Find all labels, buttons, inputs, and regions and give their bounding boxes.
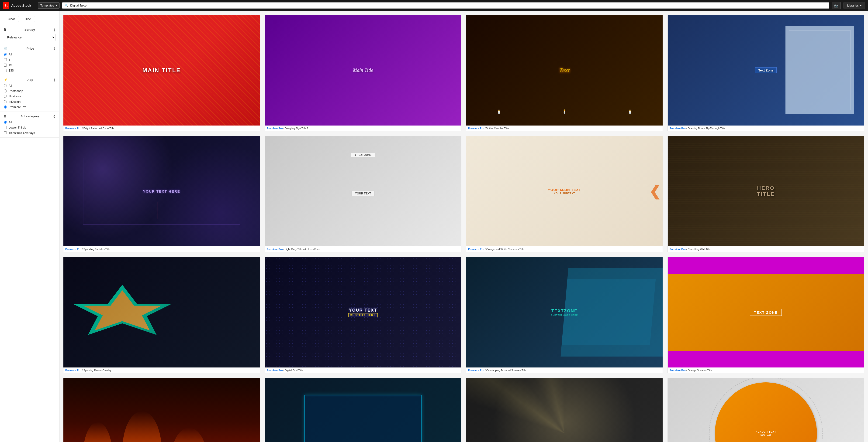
- grid-item-sparkling[interactable]: YOUR TEXT HERE Premiere Pro / Sparkling …: [63, 136, 260, 252]
- grid-item-dangling[interactable]: Main Title Premiere Pro / Dangling Sign …: [265, 15, 461, 131]
- grid-item-crumbling[interactable]: HERO TITLE Premiere Pro / Crumbling Wall…: [668, 136, 864, 252]
- thumbnail-light-rays: [466, 378, 662, 442]
- thumbnail-tv: [265, 378, 461, 442]
- clear-button[interactable]: Clear: [4, 16, 19, 22]
- subcategory-section: ⊞ Subcategory ❮ All Lower Thirds Titles/…: [0, 112, 59, 138]
- app-label: Premiere Pro: [65, 369, 81, 372]
- app-label: Premiere Pro: [65, 127, 81, 130]
- app-label: Premiere Pro: [468, 248, 484, 250]
- sort-by-select[interactable]: Relevance Newest Oldest Popular: [4, 34, 56, 41]
- libraries-label: Libraries: [847, 4, 859, 7]
- app-indesign[interactable]: InDesign: [4, 100, 56, 103]
- camera-button[interactable]: 📷: [832, 2, 841, 9]
- app-all[interactable]: All: [4, 84, 56, 87]
- template-name: Sparkling Particles Title: [84, 248, 110, 250]
- main-layout: Clear Hide ⇅ Sort by ❮ Relevance Newest …: [0, 11, 868, 442]
- topbar: St Adobe Stock Templates ▾ 🔍 📷 Libraries…: [0, 0, 868, 11]
- template-name: Overlapping Textured Squares Title: [486, 369, 526, 372]
- template-name: Votive Candles Title: [486, 127, 509, 130]
- grid-item-orange-squares[interactable]: TEXT ZONE Premiere Pro / Orange Squares …: [668, 257, 864, 373]
- subcat-titles[interactable]: Titles/Text Overlays: [4, 131, 56, 135]
- app-header[interactable]: ⚡ App ❮: [4, 78, 56, 81]
- subcat-lower-thirds[interactable]: Lower Thirds: [4, 126, 56, 129]
- template-name: Orange and White Chevrons Title: [486, 248, 524, 250]
- grid-item-spinning[interactable]: Premiere Pro / Spinning Flower Overlay: [63, 257, 260, 373]
- grid-item-orange-chevrons[interactable]: ❮❮ YOUR MAIN TEXT YOUR SUBTEXT Premiere …: [466, 136, 663, 252]
- price-all[interactable]: All: [4, 53, 56, 56]
- hide-button[interactable]: Hide: [21, 16, 35, 22]
- app-label: Premiere Pro: [65, 248, 81, 250]
- grid-item-candles[interactable]: 🕯️ 🕯️ 🕯️ Text Premiere Pro / Votive Cand…: [466, 15, 663, 131]
- subcategory-icon: ⊞: [4, 114, 6, 118]
- grid-item-overlapping[interactable]: TEXTZONE SUBTEXT GOES HERE Premiere Pro …: [466, 257, 663, 373]
- app-label: Premiere Pro: [267, 127, 283, 130]
- results-grid: MAIN TITLE Premiere Pro / Bright Pattern…: [63, 15, 864, 442]
- thumbnail-header-circle: HEADER TEXT SUBTEXT: [668, 378, 864, 442]
- sidebar-actions: Clear Hide: [0, 14, 59, 25]
- thumbnail-fire: [63, 378, 260, 442]
- caption-bright-cube: Premiere Pro / Bright Patterned Cube Tit…: [63, 126, 260, 131]
- caption-crumbling: Premiere Pro / Crumbling Wall Title: [668, 246, 864, 252]
- template-name: Opening Doors Fly-Through Title: [688, 127, 725, 130]
- app-label: Premiere Pro: [670, 369, 685, 372]
- thumbnail-overlapping: TEXTZONE SUBTEXT GOES HERE: [466, 257, 662, 368]
- subcat-all[interactable]: All: [4, 121, 56, 124]
- app-label: Premiere Pro: [468, 127, 484, 130]
- caption-overlapping: Premiere Pro / Overlapping Textured Squa…: [466, 368, 662, 373]
- grid-item-header-circle[interactable]: HEADER TEXT SUBTEXT Premiere Pro / Heade…: [668, 378, 864, 442]
- price-options: All $ $$ $$$: [4, 53, 56, 72]
- libraries-button[interactable]: Libraries ▾: [843, 2, 865, 9]
- app-label: Premiere Pro: [670, 127, 685, 130]
- template-name: Orange Squares Title: [688, 369, 712, 372]
- grid-item-opening-doors[interactable]: Text Zone Premiere Pro / Opening Doors F…: [668, 15, 864, 131]
- grid-item-tv[interactable]: Premiere Pro / TV Screen Title: [265, 378, 461, 442]
- app-label: Premiere Pro: [267, 248, 283, 250]
- grid-item-light-rays[interactable]: Premiere Pro / Light Rays Title: [466, 378, 663, 442]
- collapse-icon: ❮: [53, 28, 56, 31]
- subcategory-collapse-icon: ❮: [53, 115, 56, 118]
- price-header[interactable]: 🛒 Price ❮: [4, 47, 56, 50]
- sort-by-icon: ⇅: [4, 28, 6, 31]
- template-name: Spinning Flower Overlay: [84, 369, 112, 372]
- template-name: Crumbling Wall Title: [688, 248, 710, 250]
- thumbnail-opening-doors: Text Zone: [668, 15, 864, 126]
- grid-item-bright-cube[interactable]: MAIN TITLE Premiere Pro / Bright Pattern…: [63, 15, 260, 131]
- brand-logo: St Adobe Stock: [3, 2, 35, 9]
- grid-item-fire[interactable]: Premiere Pro / Fire Title: [63, 378, 260, 442]
- topbar-right: 📷 Libraries ▾: [832, 2, 865, 9]
- thumbnail-sparkling: YOUR TEXT HERE: [63, 136, 260, 247]
- content-type-dropdown[interactable]: Templates ▾: [38, 2, 60, 9]
- app-illustrator[interactable]: Illustrator: [4, 95, 56, 98]
- chevron-down-icon: ▾: [56, 4, 57, 7]
- caption-digital-grid: Premiere Pro / Digital Grid Title: [265, 368, 461, 373]
- search-input[interactable]: [70, 4, 827, 7]
- grid-item-digital-grid[interactable]: YOUR TEXT SUBTEXT HERE Premiere Pro / Di…: [265, 257, 461, 373]
- caption-opening-doors: Premiere Pro / Opening Doors Fly-Through…: [668, 126, 864, 131]
- grid-item-lightgray[interactable]: ▶ TEXT ZONE YOUR TEXT Premiere Pro / Lig…: [265, 136, 461, 252]
- sort-by-header[interactable]: ⇅ Sort by ❮: [4, 28, 56, 31]
- app-label: Premiere Pro: [267, 369, 283, 372]
- sidebar: Clear Hide ⇅ Sort by ❮ Relevance Newest …: [0, 11, 59, 442]
- caption-dangling: Premiere Pro / Dangling Sign Title 2: [265, 126, 461, 131]
- adobe-stock-icon: St: [3, 2, 9, 9]
- template-name: Bright Patterned Cube Title: [84, 127, 114, 130]
- chevron-down-icon: ▾: [860, 4, 862, 7]
- price-label: Price: [27, 47, 34, 50]
- price-dollar2[interactable]: $$: [4, 63, 56, 67]
- app-photoshop[interactable]: Photoshop: [4, 89, 56, 93]
- price-dollar1[interactable]: $: [4, 58, 56, 62]
- subcategory-options: All Lower Thirds Titles/Text Overlays: [4, 121, 56, 135]
- thumbnail-dangling: Main Title: [265, 15, 461, 126]
- brand-name: Adobe Stock: [11, 4, 31, 7]
- price-dollar3[interactable]: $$$: [4, 69, 56, 72]
- caption-lightgray: Premiere Pro / Light Gray Title with Len…: [265, 246, 461, 252]
- subcategory-header[interactable]: ⊞ Subcategory ❮: [4, 114, 56, 118]
- search-bar: 🔍: [62, 2, 829, 9]
- thumbnail-digital-grid: YOUR TEXT SUBTEXT HERE: [265, 257, 461, 368]
- thumbnail-spinning: [63, 257, 260, 368]
- template-name: Dangling Sign Title 2: [285, 127, 308, 130]
- template-name: Digital Grid Title: [285, 369, 303, 372]
- content-area: MAIN TITLE Premiere Pro / Bright Pattern…: [59, 11, 868, 442]
- app-premiere[interactable]: Premiere Pro: [4, 105, 56, 109]
- price-section: 🛒 Price ❮ All $ $$ $$$: [0, 44, 59, 75]
